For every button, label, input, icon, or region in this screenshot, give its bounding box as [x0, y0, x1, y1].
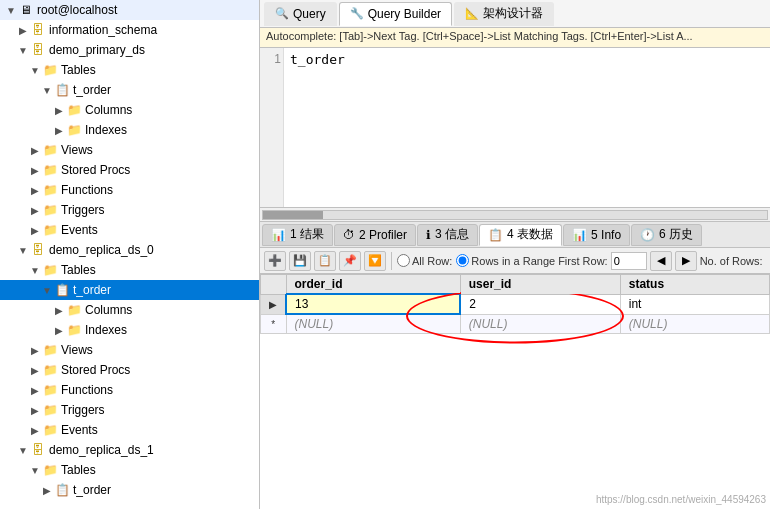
sidebar-item-functions2[interactable]: ▶📁Functions — [0, 380, 259, 400]
folder-icon-t_order1: 📋 — [54, 83, 70, 97]
sidebar-item-t_order3[interactable]: ▶📋t_order — [0, 480, 259, 500]
sidebar-label-triggers2: Triggers — [61, 403, 105, 417]
toolbar-btn-filter[interactable]: 🔽 — [364, 251, 386, 271]
sidebar-item-demo_replica0[interactable]: ▼🗄demo_replica_ds_0 — [0, 240, 259, 260]
sidebar-item-storedprocs1[interactable]: ▶📁Stored Procs — [0, 160, 259, 180]
expand-icon-indexes2: ▶ — [52, 323, 66, 337]
folder-icon-demo_replica1: 🗄 — [30, 443, 46, 457]
sidebar-item-tables1[interactable]: ▼📁Tables — [0, 60, 259, 80]
sidebar-item-views1[interactable]: ▶📁Views — [0, 140, 259, 160]
folder-icon-triggers1: 📁 — [42, 203, 58, 217]
prev-btn[interactable]: ◀ — [650, 251, 672, 271]
sidebar-item-t_order1[interactable]: ▼📋t_order — [0, 80, 259, 100]
next-btn[interactable]: ▶ — [675, 251, 697, 271]
cell-order_id-0[interactable]: 13 — [286, 294, 460, 314]
editor-content[interactable]: t_order — [260, 48, 770, 71]
toolbar-btn-4[interactable]: 📌 — [339, 251, 361, 271]
sidebar-item-events2[interactable]: ▶📁Events — [0, 420, 259, 440]
toolbar-btn-3[interactable]: 📋 — [314, 251, 336, 271]
all-row-label: All Row: — [412, 255, 452, 267]
folder-icon-storedprocs2: 📁 — [42, 363, 58, 377]
sidebar-item-views2[interactable]: ▶📁Views — [0, 340, 259, 360]
sidebar-item-columns1[interactable]: ▶📁Columns — [0, 100, 259, 120]
sidebar-label-events1: Events — [61, 223, 98, 237]
query-icon: 🔍 — [275, 7, 289, 20]
result-tab-tabledata[interactable]: 📋 4 表数据 — [479, 224, 562, 246]
expand-icon-t_order1: ▼ — [40, 83, 54, 97]
cell-status-1[interactable]: (NULL) — [620, 314, 769, 334]
sidebar-item-t_order2[interactable]: ▼📋t_order — [0, 280, 259, 300]
sidebar-label-views2: Views — [61, 343, 93, 357]
editor-hscroll[interactable] — [260, 208, 770, 222]
result-tab-profiler-label: 2 Profiler — [359, 228, 407, 242]
sidebar-item-root[interactable]: ▼🖥root@localhost — [0, 0, 259, 20]
result-tab-info-label: 3 信息 — [435, 226, 469, 243]
tab-query-builder[interactable]: 🔧 Query Builder — [339, 2, 452, 26]
result-tab-info-icon: ℹ — [426, 228, 431, 242]
radio-rows-range[interactable]: Rows in a Range — [456, 254, 555, 267]
th-user-id[interactable]: user_id — [460, 275, 620, 295]
folder-icon-tables3: 📁 — [42, 463, 58, 477]
sidebar-label-triggers1: Triggers — [61, 203, 105, 217]
sidebar: ▼🖥root@localhost▶🗄information_schema▼🗄de… — [0, 0, 260, 509]
expand-icon-views1: ▶ — [28, 143, 42, 157]
result-tab-profiler[interactable]: ⏱ 2 Profiler — [334, 224, 416, 246]
toolbar-btn-1[interactable]: ➕ — [264, 251, 286, 271]
sidebar-label-demo_replica1: demo_replica_ds_1 — [49, 443, 154, 457]
schema-icon: 📐 — [465, 7, 479, 20]
sidebar-item-tables2[interactable]: ▼📁Tables — [0, 260, 259, 280]
folder-icon-tables2: 📁 — [42, 263, 58, 277]
sidebar-item-columns2[interactable]: ▶📁Columns — [0, 300, 259, 320]
result-tab-info2-icon: 📊 — [572, 228, 587, 242]
sidebar-label-t_order2: t_order — [73, 283, 111, 297]
first-row-input[interactable] — [611, 252, 647, 270]
expand-icon-columns1: ▶ — [52, 103, 66, 117]
sidebar-item-tables3[interactable]: ▼📁Tables — [0, 460, 259, 480]
expand-icon-info_schema: ▶ — [16, 23, 30, 37]
cell-status-0[interactable]: int — [620, 294, 769, 314]
radio-all-row[interactable]: All Row: — [397, 254, 452, 267]
th-order-id[interactable]: order_id — [286, 275, 460, 295]
hscroll-track[interactable] — [262, 210, 768, 220]
cell-user_id-1[interactable]: (NULL) — [460, 314, 620, 334]
sidebar-item-demo_replica1[interactable]: ▼🗄demo_replica_ds_1 — [0, 440, 259, 460]
sidebar-item-demo_primary[interactable]: ▼🗄demo_primary_ds — [0, 40, 259, 60]
expand-icon-functions1: ▶ — [28, 183, 42, 197]
sidebar-label-info_schema: information_schema — [49, 23, 157, 37]
result-tab-results[interactable]: 📊 1 结果 — [262, 224, 333, 246]
expand-icon-storedprocs2: ▶ — [28, 363, 42, 377]
sidebar-item-indexes1[interactable]: ▶📁Indexes — [0, 120, 259, 140]
sidebar-label-t_order1: t_order — [73, 83, 111, 97]
result-tabs: 📊 1 结果 ⏱ 2 Profiler ℹ 3 信息 📋 4 表数据 📊 5 I… — [260, 222, 770, 248]
result-tab-info2[interactable]: 📊 5 Info — [563, 224, 630, 246]
sidebar-item-functions1[interactable]: ▶📁Functions — [0, 180, 259, 200]
th-indicator — [261, 275, 287, 295]
sidebar-item-storedprocs2[interactable]: ▶📁Stored Procs — [0, 360, 259, 380]
result-tab-history-label: 6 历史 — [659, 226, 693, 243]
radio-rows-range-input[interactable] — [456, 254, 469, 267]
radio-group: All Row: Rows in a Range — [397, 254, 555, 267]
expand-icon-demo_replica0: ▼ — [16, 243, 30, 257]
editor-area[interactable]: 1 t_order — [260, 48, 770, 208]
radio-all-row-input[interactable] — [397, 254, 410, 267]
expand-icon-triggers1: ▶ — [28, 203, 42, 217]
th-status[interactable]: status — [620, 275, 769, 295]
expand-icon-events2: ▶ — [28, 423, 42, 437]
hscroll-thumb[interactable] — [263, 211, 323, 219]
sidebar-item-events1[interactable]: ▶📁Events — [0, 220, 259, 240]
toolbar-btn-2[interactable]: 💾 — [289, 251, 311, 271]
tab-schema-designer[interactable]: 📐 架构设计器 — [454, 2, 554, 26]
result-tab-history[interactable]: 🕐 6 历史 — [631, 224, 702, 246]
sidebar-item-triggers1[interactable]: ▶📁Triggers — [0, 200, 259, 220]
cell-order_id-1[interactable]: (NULL) — [286, 314, 460, 334]
sidebar-item-indexes2[interactable]: ▶📁Indexes — [0, 320, 259, 340]
result-tab-results-label: 1 结果 — [290, 226, 324, 243]
folder-icon-indexes2: 📁 — [66, 323, 82, 337]
tab-query[interactable]: 🔍 Query — [264, 2, 337, 26]
tab-query-builder-label: Query Builder — [368, 7, 441, 21]
folder-icon-triggers2: 📁 — [42, 403, 58, 417]
sidebar-item-info_schema[interactable]: ▶🗄information_schema — [0, 20, 259, 40]
result-tab-info[interactable]: ℹ 3 信息 — [417, 224, 478, 246]
sidebar-item-triggers2[interactable]: ▶📁Triggers — [0, 400, 259, 420]
cell-user_id-0[interactable]: 2 — [460, 294, 620, 314]
